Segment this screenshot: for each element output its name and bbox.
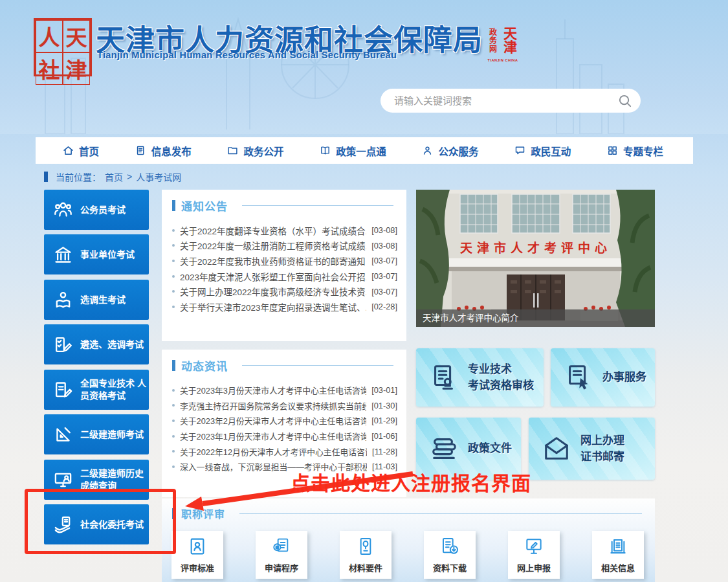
notice-item[interactable]: 关于举行天津市2023年度定向招录选调生笔试、... [02-28]: [172, 299, 397, 315]
review-item-label: 评审标准: [181, 561, 214, 574]
stamp-right-text: 天津: [500, 23, 519, 57]
bullet-icon: [172, 290, 175, 293]
review-title: 职称评审: [181, 506, 225, 521]
news-item-text: 关于2023年2月份天津市人才考评中心主任电话咨询接...: [180, 414, 366, 427]
seal-char: 社: [36, 52, 63, 85]
search-input[interactable]: [381, 89, 641, 113]
building-illustration: 天津市人才考评中心: [416, 190, 655, 327]
sidebar-item-civil-service-exam[interactable]: 公务员考试: [44, 190, 149, 230]
notice-item[interactable]: 2023年度天津泥人张彩塑工作室面向社会公开招... [03-07]: [172, 269, 397, 284]
nav-item-policy-guide[interactable]: 政策一点通: [320, 144, 386, 158]
review-items: 评审标准 申请程序 材料要件 资料下载 网上申报 相关信息: [171, 531, 644, 579]
seal-char: 天: [63, 20, 90, 52]
gov-stamp: 政务网 天津 TIANJIN CHINA: [484, 23, 522, 66]
review-item-download[interactable]: 资料下载: [424, 531, 476, 579]
news-item-text: 关于2022年12月份天津市人才考评中心主任电话咨询...: [180, 445, 367, 458]
person-badge-icon: [422, 145, 433, 156]
breadcrumb-current: 人事考试网: [136, 170, 181, 183]
doc-pencil-icon: [53, 380, 73, 400]
doc-stamp-icon: [429, 363, 459, 392]
notice-item[interactable]: 关于2022年度翻译专业资格（水平）考试成绩合... [03-08]: [172, 223, 397, 238]
nav-item-home[interactable]: 首页: [63, 144, 99, 158]
review-header: 职称评审: [162, 498, 655, 520]
sidebar-item-label: 全国专业技术 人员资格考试: [80, 377, 146, 402]
checklist-icon: [53, 335, 73, 355]
main-nav: 首页 信息发布 政务公开 政策一点通 公众服务 政民互动 专题专栏: [36, 137, 693, 164]
tjrs-seal-logo: 人 天 社 津: [34, 18, 92, 76]
service-card-certificate-mailing[interactable]: 网上办理 证书邮寄: [529, 418, 655, 480]
nav-item-special-topics[interactable]: 专题专栏: [607, 144, 663, 158]
sidebar-item-selection-transfer-exam[interactable]: 遴选、选调考试: [44, 324, 149, 364]
service-card-label: 政策文件: [468, 440, 512, 457]
news-item[interactable]: 关于2022年12月份天津市人才考评中心主任电话咨询... [11-28]: [172, 443, 397, 459]
news-item-date: [01-29]: [371, 416, 397, 425]
bullet-icon: [172, 275, 175, 278]
sidebar-item-label: 遴选、选调考试: [80, 339, 144, 351]
review-item-materials[interactable]: 材料要件: [340, 531, 392, 579]
search-bar: [381, 89, 641, 113]
nav-item-info-release[interactable]: 信息发布: [135, 144, 192, 158]
sidebar-item-label: 事业单位考试: [80, 249, 135, 261]
notice-item-date: [02-28]: [371, 302, 397, 311]
notice-item-text: 关于网上办理2022年度我市高级经济专业技术资...: [180, 285, 366, 298]
building-sign-text: 天津市人才考评中心: [460, 241, 612, 255]
news-item-text: 关于2023年1月份天津市人才考评中心主任电话咨询接...: [180, 430, 366, 442]
book-icon: [320, 145, 331, 156]
breadcrumb-bar: [44, 172, 48, 182]
review-item-related-info[interactable]: 相关信息: [592, 531, 644, 579]
people-icon: [53, 200, 73, 220]
review-panel: 职称评审 评审标准 申请程序 材料要件 资料下载 网上申报: [162, 498, 655, 582]
service-card-qualification-review[interactable]: 专业技术 考试资格审核: [416, 348, 544, 407]
doc-download-icon: [439, 536, 460, 557]
nav-item-gov-affairs[interactable]: 政务公开: [227, 144, 283, 158]
sidebar-item-public-institution-exam[interactable]: 事业单位考试: [44, 234, 149, 274]
notice-item[interactable]: 关于网上办理2022年度我市高级经济专业技术资... [03-07]: [172, 284, 397, 299]
bullet-icon: [172, 389, 175, 392]
notice-item[interactable]: 关于2022年度我市执业药师资格证书的邮寄通知 [03-07]: [172, 253, 397, 269]
books-icon: [429, 434, 459, 464]
sidebar-item-selected-graduates-exam[interactable]: 选调生考试: [44, 280, 149, 320]
sidebar-item-label: 选调生考试: [80, 294, 126, 306]
notice-item-date: [03-07]: [371, 287, 397, 297]
review-item-label: 网上申报: [517, 561, 551, 574]
news-item[interactable]: 关于2023年1月份天津市人才考评中心主任电话咨询接... [01-06]: [172, 429, 397, 444]
search-icon[interactable]: [617, 93, 632, 108]
news-item[interactable]: 关于2023年2月份天津市人才考评中心主任电话咨询接... [01-29]: [172, 413, 397, 429]
sidebar-item-national-professional-qualification-exam[interactable]: 全国专业技术 人员资格考试: [44, 370, 149, 410]
bullet-icon: [172, 404, 175, 407]
sidebar-item-level2-constructor-history-scores[interactable]: 二级建造师历史成绩查询: [44, 460, 149, 500]
news-list: 关于2023年3月份天津市人才考评中心主任电话咨询接... [03-01] 李克…: [162, 372, 406, 475]
review-item-procedure[interactable]: 申请程序: [256, 531, 307, 579]
notice-item-text: 2023年度天津泥人张彩塑工作室面向社会公开招...: [180, 270, 366, 283]
center-photo[interactable]: 天津市人才考评中心 天津市人才考评中心简介: [416, 190, 655, 327]
news-item[interactable]: 李克强主持召开国务院常务会议要求持续抓实当前经... [01-30]: [172, 398, 397, 414]
bullet-icon: [172, 260, 175, 262]
photo-caption: 天津市人才考评中心简介: [416, 309, 655, 327]
news-item-text: 李克强主持召开国务院常务会议要求持续抓实当前经...: [180, 399, 366, 412]
envelope-icon: [542, 434, 571, 464]
review-item-label: 相关信息: [601, 561, 635, 574]
news-item[interactable]: 关于2023年3月份天津市人才考评中心主任电话咨询接... [03-01]: [172, 383, 397, 398]
reader-icon: [53, 290, 73, 310]
service-card-services[interactable]: 办事服务: [551, 348, 655, 407]
breadcrumb-home[interactable]: 首页: [105, 170, 123, 183]
nav-item-public-service[interactable]: 公众服务: [422, 144, 478, 158]
notice-item-date: [03-07]: [371, 271, 397, 281]
stamp-left-text: 政务网: [487, 23, 498, 57]
notice-item-text: 关于举行天津市2023年度定向招录选调生笔试、...: [180, 300, 366, 313]
nav-item-interaction[interactable]: 政民互动: [514, 144, 571, 158]
service-card-label: 网上办理: [580, 432, 624, 449]
section-divider: [242, 365, 393, 366]
bank-icon: [53, 245, 73, 265]
sidebar-item-label: 二级建造师考试: [80, 429, 144, 441]
review-item-standards[interactable]: 评审标准: [171, 531, 223, 579]
sidebar-item-level2-constructor-exam[interactable]: 二级建造师考试: [44, 414, 149, 454]
seal-char: 人: [36, 20, 63, 52]
doc-news-icon: [135, 145, 146, 156]
review-item-label: 资料下载: [433, 561, 467, 574]
sidebar-item-social-commissioned-exam[interactable]: 社会化委托考试: [44, 504, 149, 544]
chat-icon: [514, 145, 525, 156]
file-pocket-icon: [355, 536, 376, 557]
notice-item[interactable]: 关于2022年度一级注册消防工程师资格考试成绩... [03-08]: [172, 238, 397, 254]
review-item-online-declare[interactable]: 网上申报: [508, 531, 560, 579]
